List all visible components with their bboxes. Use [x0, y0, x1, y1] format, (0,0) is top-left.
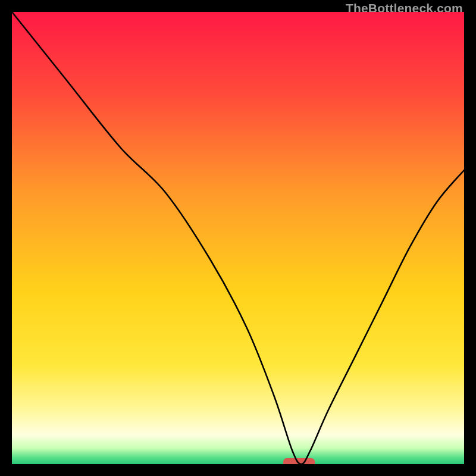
gradient-background — [12, 12, 464, 464]
chart-frame: TheBottleneck.com — [0, 0, 476, 476]
bottleneck-chart — [12, 12, 464, 464]
plot-area — [12, 12, 464, 464]
